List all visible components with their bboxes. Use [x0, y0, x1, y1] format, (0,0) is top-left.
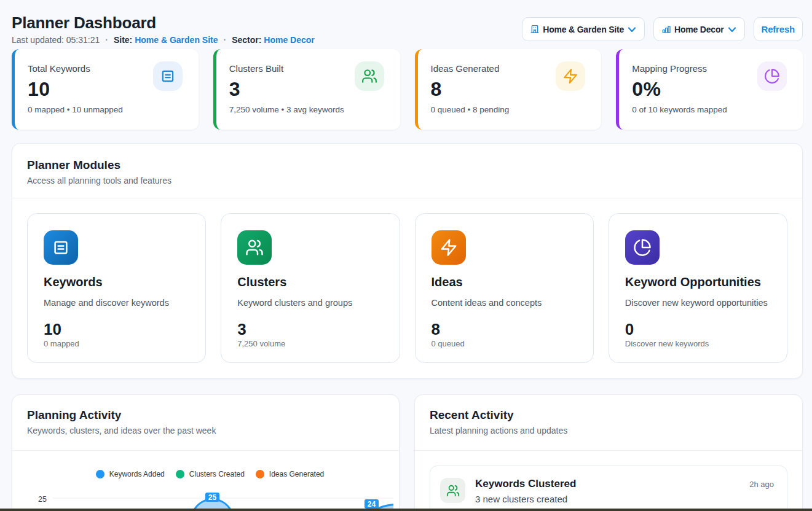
- svg-text:24: 24: [368, 500, 376, 509]
- svg-text:25: 25: [38, 495, 47, 504]
- svg-text:25: 25: [208, 493, 217, 502]
